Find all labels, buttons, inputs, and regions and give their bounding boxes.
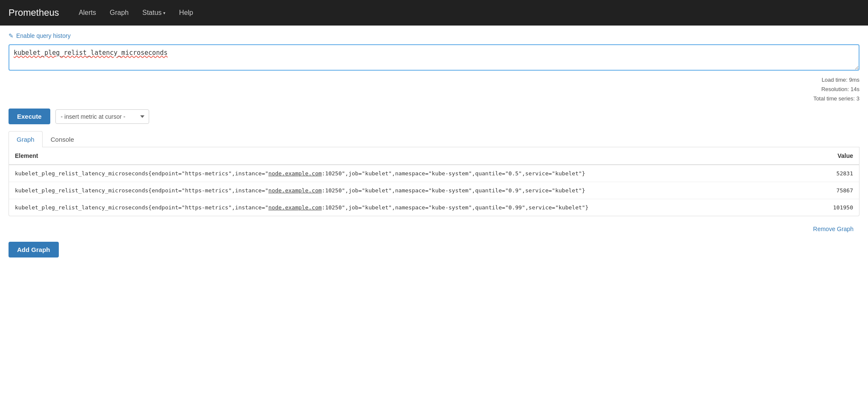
edit-icon: ✎ [9, 32, 14, 39]
execute-button[interactable]: Execute [9, 109, 50, 124]
element-cell: kubelet_pleg_relist_latency_microseconds… [9, 165, 815, 182]
remove-graph-link[interactable]: Remove Graph [813, 226, 854, 232]
col-value: Value [815, 147, 859, 165]
element-cell: kubelet_pleg_relist_latency_microseconds… [9, 182, 815, 199]
value-cell: 75867 [815, 182, 859, 199]
nav-item-alerts[interactable]: Alerts [72, 6, 103, 20]
table-row: kubelet_pleg_relist_latency_microseconds… [9, 165, 859, 182]
navbar-nav: Alerts Graph Status ▾ Help [72, 6, 200, 20]
query-input-wrapper: kubelet_pleg_relist_latency_microseconds [9, 44, 859, 72]
table-row: kubelet_pleg_relist_latency_microseconds… [9, 182, 859, 199]
add-graph-button[interactable]: Add Graph [9, 242, 59, 257]
navbar-brand[interactable]: Prometheus [9, 7, 59, 18]
instance-highlight: node.example.com [268, 187, 322, 194]
table-header: Element Value [9, 147, 859, 165]
resolution-stat: Resolution: 14s [821, 86, 859, 92]
table-body: kubelet_pleg_relist_latency_microseconds… [9, 165, 859, 216]
result-panel: Element Value kubelet_pleg_relist_latenc… [9, 147, 859, 216]
query-history-label: Enable query history [16, 32, 71, 39]
table-row: kubelet_pleg_relist_latency_microseconds… [9, 199, 859, 216]
load-time-stat: Load time: 9ms [822, 77, 859, 83]
tab-graph[interactable]: Graph [9, 131, 43, 147]
tab-console[interactable]: Console [43, 131, 82, 147]
controls-row: Execute - insert metric at cursor - [9, 109, 859, 124]
nav-link-graph[interactable]: Graph [103, 6, 136, 20]
navbar: Prometheus Alerts Graph Status ▾ Help [0, 0, 868, 26]
metric-select[interactable]: - insert metric at cursor - [55, 109, 149, 124]
nav-link-status[interactable]: Status ▾ [136, 6, 172, 20]
tabs: Graph Console [9, 131, 859, 147]
query-input[interactable]: kubelet_pleg_relist_latency_microseconds [9, 44, 859, 71]
graph-section: Graph Console Element Value kubelet_p [9, 131, 859, 237]
value-cell: 52831 [815, 165, 859, 182]
instance-highlight: node.example.com [268, 204, 322, 211]
metric-text: kubelet_pleg_relist_latency_microseconds… [15, 187, 585, 194]
metric-text: kubelet_pleg_relist_latency_microseconds… [15, 204, 588, 211]
nav-item-help[interactable]: Help [172, 6, 200, 20]
value-cell: 101950 [815, 199, 859, 216]
remove-graph-row: Remove Graph [9, 221, 859, 237]
total-time-series-stat: Total time series: 3 [813, 95, 859, 102]
main-content: ✎ Enable query history kubelet_pleg_reli… [0, 26, 868, 264]
nav-item-status[interactable]: Status ▾ [136, 6, 172, 20]
result-table: Element Value kubelet_pleg_relist_latenc… [9, 147, 859, 216]
nav-link-alerts[interactable]: Alerts [72, 6, 103, 20]
nav-item-graph[interactable]: Graph [103, 6, 136, 20]
dropdown-arrow-icon: ▾ [163, 11, 165, 15]
enable-query-history-link[interactable]: ✎ Enable query history [9, 32, 71, 39]
stats-row: Load time: 9ms Resolution: 14s Total tim… [9, 75, 859, 103]
col-element: Element [9, 147, 815, 165]
element-cell: kubelet_pleg_relist_latency_microseconds… [9, 199, 815, 216]
metric-text: kubelet_pleg_relist_latency_microseconds… [15, 170, 585, 177]
instance-highlight: node.example.com [268, 170, 322, 177]
nav-link-help[interactable]: Help [172, 6, 200, 20]
